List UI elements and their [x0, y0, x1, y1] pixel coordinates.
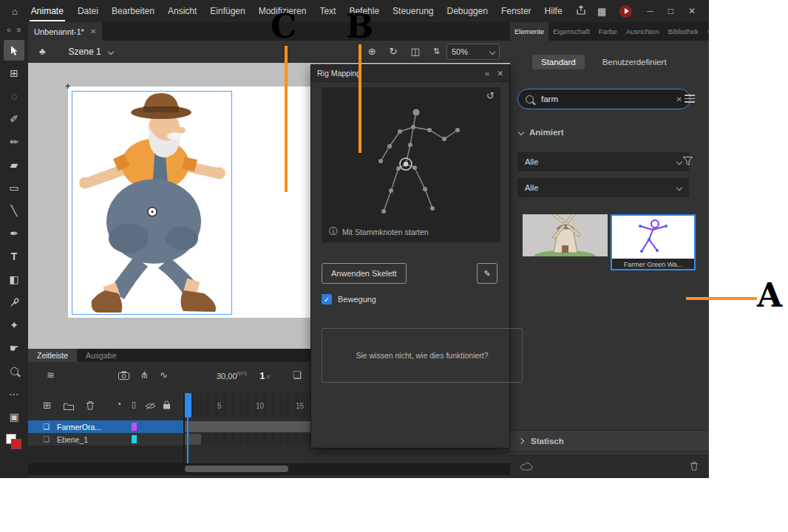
paint-bucket-tool[interactable]: ◧ — [4, 269, 24, 290]
filter-funnel-icon[interactable] — [683, 157, 693, 168]
edit-rig-button[interactable]: ✎ — [477, 263, 497, 284]
tab-elemente[interactable]: Elemente — [510, 22, 548, 41]
share-icon[interactable] — [571, 5, 591, 17]
eyedropper-tool[interactable] — [4, 292, 24, 313]
section-statisch[interactable]: Statisch — [510, 430, 709, 451]
filter-dropdown-2[interactable]: Alle — [517, 178, 689, 197]
app-menu-animate[interactable]: Animate — [24, 6, 71, 16]
asset-search-box[interactable]: ✕ — [517, 89, 690, 109]
tab-zeitleiste[interactable]: Zeitleiste — [28, 349, 77, 362]
layer-name[interactable]: FarmerOra... — [57, 423, 101, 432]
list-view-icon[interactable] — [685, 95, 695, 103]
timeline-scrollbar[interactable] — [28, 463, 510, 475]
asset-warp-tool[interactable]: ✦ — [4, 315, 24, 335]
scrollbar-thumb[interactable] — [185, 466, 288, 472]
more-tools-button[interactable]: ⋯ — [4, 383, 24, 404]
new-layer-icon[interactable]: ⊞ — [43, 400, 51, 411]
menu-item-fenster[interactable]: Fenster — [495, 6, 538, 16]
graph-editor-icon[interactable]: ∿ — [160, 369, 168, 381]
rotate-stage-icon[interactable]: ↻ — [383, 46, 404, 57]
delete-asset-icon[interactable] — [690, 461, 699, 473]
tab-eigenschaft[interactable]: Eigenschaft — [548, 22, 594, 41]
text-tool[interactable]: T — [4, 246, 24, 267]
asset-thumb-windmill[interactable] — [523, 214, 608, 256]
delete-layer-icon[interactable] — [86, 400, 95, 412]
highlight-column-icon[interactable]: • — [118, 400, 121, 408]
line-tool[interactable]: ╲ — [4, 200, 24, 221]
test-movie-button[interactable] — [619, 5, 632, 18]
apply-skeleton-button[interactable]: Anwenden Skelett — [322, 263, 407, 284]
toolbar-menu-icon[interactable]: ≡ — [17, 26, 21, 34]
tab-overflow-icon[interactable]: » — [703, 22, 709, 41]
lock-column-icon[interactable] — [163, 400, 171, 412]
camera-icon[interactable] — [118, 371, 129, 382]
maximize-button[interactable]: □ — [661, 6, 681, 16]
edit-symbols-icon[interactable]: ♣ — [33, 46, 52, 57]
close-panel-icon[interactable]: ✕ — [497, 69, 503, 78]
menu-item-einfuegen[interactable]: Einfügen — [203, 6, 251, 16]
menu-item-datei[interactable]: Datei — [71, 6, 105, 16]
stroke-color-swatch[interactable] — [11, 439, 21, 449]
tab-ausrichten[interactable]: Ausrichten — [622, 22, 664, 41]
tab-ausgabe[interactable]: Ausgabe — [77, 349, 125, 362]
clear-search-icon[interactable]: ✕ — [676, 95, 682, 103]
tab-benutzerdefiniert[interactable]: Benutzerdefiniert — [598, 55, 671, 69]
tab-standard[interactable]: Standard — [532, 55, 585, 69]
checkbox-checked-icon[interactable]: ✓ — [322, 294, 332, 304]
layers-view-icon[interactable]: ≋ — [47, 369, 55, 381]
menu-item-hilfe[interactable]: Hilfe — [538, 6, 569, 16]
pen-tool[interactable]: ✒ — [4, 223, 24, 244]
document-tab[interactable]: Unbenannt-1* ✕ — [28, 22, 102, 41]
fluid-brush-tool[interactable]: ✐ — [4, 109, 24, 129]
close-tab-icon[interactable]: ✕ — [90, 27, 96, 35]
eraser-tool[interactable]: ▰ — [4, 154, 24, 175]
playhead[interactable] — [185, 393, 191, 417]
rig-help-link[interactable]: Sie wissen nicht, wie dies funktioniert? — [322, 328, 523, 383]
zoom-level-select[interactable]: 50% — [446, 44, 500, 60]
tab-bibliothek[interactable]: Bibliothek — [664, 22, 703, 41]
free-transform-tool[interactable]: ⊞ — [4, 63, 24, 83]
visibility-column-icon[interactable] — [145, 401, 156, 412]
color-swatches[interactable] — [6, 434, 22, 450]
tab-farbe[interactable]: Farbe — [594, 22, 622, 41]
selection-tool[interactable] — [4, 40, 24, 61]
layer-name[interactable]: Ebene_1 — [57, 435, 88, 444]
close-button[interactable]: ✕ — [681, 6, 703, 16]
scene-name[interactable]: Szene 1 — [69, 47, 101, 57]
layer-row-farmer[interactable]: ❏ FarmerOra... — [28, 420, 183, 433]
zoom-tool[interactable] — [4, 361, 24, 381]
snap-option-icon[interactable]: ▣ — [4, 406, 24, 427]
outline-column-icon[interactable]: ▯ — [132, 400, 136, 409]
collapse-toolbar-icon[interactable]: « — [7, 26, 11, 34]
collapse-panel-icon[interactable]: « — [485, 69, 489, 78]
minimize-button[interactable]: ─ — [639, 6, 661, 16]
menu-item-bearbeiten[interactable]: Bearbeiten — [105, 6, 161, 16]
menu-item-debuggen[interactable]: Debuggen — [441, 6, 495, 16]
new-folder-icon[interactable] — [64, 401, 74, 412]
scene-chevron-icon[interactable] — [107, 48, 113, 54]
rig-panel-header[interactable]: Rig Mapping « ✕ — [311, 65, 509, 82]
search-input[interactable] — [540, 94, 670, 104]
dock-panel-icon[interactable]: ❏ — [293, 369, 302, 381]
lasso-tool[interactable]: ◌ — [4, 86, 24, 106]
filter-dropdown-1[interactable]: Alle — [517, 152, 689, 171]
farmer-selection-rect[interactable] — [72, 91, 232, 315]
hand-tool[interactable]: ☛ — [4, 338, 24, 358]
menu-item-ansicht[interactable]: Ansicht — [161, 6, 203, 16]
home-icon[interactable]: ⌂ — [6, 6, 24, 17]
classic-brush-tool[interactable]: ✏ — [4, 132, 24, 152]
frame-rate-display[interactable]: 30,00BPS 1 F — [217, 371, 271, 381]
clip-content-icon[interactable]: ◫ — [404, 46, 426, 57]
workspace-icon[interactable]: ▦ — [591, 6, 612, 17]
rectangle-tool[interactable]: ▭ — [4, 177, 24, 198]
center-stage-icon[interactable]: ⊕ — [361, 46, 383, 57]
layer-row-ebene1[interactable]: ❏ Ebene_1 — [28, 433, 183, 446]
motion-checkbox-row[interactable]: ✓ Bewegung — [322, 294, 376, 304]
menu-item-text[interactable]: Text — [313, 6, 342, 16]
asset-thumb-farmer[interactable]: Farmer Green Wa... — [611, 214, 696, 270]
menu-item-steuerung[interactable]: Steuerung — [386, 6, 440, 16]
layer-hierarchy-icon[interactable]: ⋔ — [140, 369, 149, 381]
cloud-sync-icon[interactable] — [520, 462, 533, 473]
section-animiert[interactable]: Animiert — [519, 128, 564, 137]
zoom-stepper-icon[interactable]: ⇅ — [427, 47, 446, 56]
